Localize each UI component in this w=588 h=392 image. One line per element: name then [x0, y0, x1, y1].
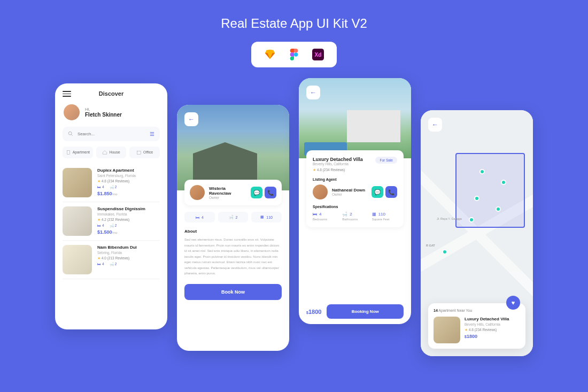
agent-role: Owner: [332, 193, 367, 196]
villa-graphic: [347, 110, 400, 142]
spec-beds: 🛏 4: [184, 212, 215, 222]
listing-item[interactable]: Duplex Apartment Saint Petersburg, Flori…: [63, 164, 160, 202]
back-button[interactable]: ←: [306, 86, 320, 99]
map-pin[interactable]: [496, 206, 501, 212]
listing-price: $1.500/mo: [97, 229, 160, 235]
agent-name: Nathaneal Down: [332, 188, 367, 193]
category-apartment[interactable]: Apartment: [63, 147, 93, 158]
about-section: About Sed nec elementum risus. Donec con…: [177, 229, 289, 276]
listing-location: Saint Petersburg, Florida: [97, 174, 160, 178]
area-label: R GAT: [426, 244, 435, 247]
listing-title: Nam Bibendum Dui: [97, 245, 160, 250]
bath-icon: 🛁 2: [110, 224, 117, 228]
search-input[interactable]: [78, 132, 145, 136]
bed-icon: 🛏 4: [97, 262, 104, 266]
chat-button[interactable]: 💬: [372, 186, 383, 198]
for-sale-badge: For Sale: [375, 157, 397, 164]
greeting-row: Hi, Fletch Skinner: [55, 104, 167, 127]
villa-card: Luxury Detached Villa Beverly Hills, Cal…: [306, 150, 404, 227]
svg-rect-5: [67, 150, 69, 154]
listing-price: $1.850/mo: [97, 191, 160, 196]
villa-rating: ★ 4.8 (234 Reviews): [313, 168, 397, 172]
nearby-rating: ★ 4.8 (234 Reviews): [465, 328, 509, 332]
chat-button[interactable]: 💬: [251, 187, 262, 198]
svg-rect-6: [137, 151, 141, 154]
spec-bathrooms: 🛁 2 Bathrooms: [342, 212, 367, 221]
tool-icons-card: Xd: [251, 42, 337, 67]
search-bar[interactable]: ☰: [63, 127, 160, 141]
search-icon: [68, 131, 73, 136]
listing-rating: ★ 4.2 (232 Reviews): [97, 218, 160, 222]
listing-image: [63, 245, 92, 274]
nearby-image: [434, 317, 460, 343]
map-pin[interactable]: [479, 169, 485, 174]
hero-image: ←: [299, 78, 411, 158]
menu-icon[interactable]: [63, 91, 71, 97]
listings-container: Duplex Apartment Saint Petersburg, Flori…: [55, 164, 167, 279]
bed-icon: 🛏 4: [97, 224, 104, 228]
nearby-title: Luxury Detached Villa: [465, 317, 509, 321]
user-avatar[interactable]: [64, 104, 80, 120]
star-icon: ★: [465, 328, 468, 332]
category-office[interactable]: Office: [129, 147, 160, 158]
owner-name: Wisteria Ravenclaw: [209, 186, 246, 196]
star-icon: ★: [97, 256, 100, 260]
bath-icon: 🛁 2: [110, 262, 117, 266]
nearby-location: Beverly Hills, California: [465, 322, 509, 326]
villa-title: Luxury Detached Villa: [313, 157, 363, 162]
owner-card: Wisteria Ravenclaw Owner 💬 📞: [184, 180, 282, 205]
villa-price: $1800: [306, 309, 321, 315]
figma-icon: [287, 48, 301, 62]
star-icon: ★: [97, 218, 100, 221]
map-pin[interactable]: [501, 180, 506, 185]
villa-location: Beverly Hills, California: [313, 162, 363, 166]
listing-rating: ★ 4.0 (213 Reviews): [97, 256, 160, 260]
nearby-card: ♥ 14 Apartment Near You Luxury Detached …: [428, 303, 525, 349]
greeting-text: Hi,: [85, 107, 122, 112]
xd-icon: Xd: [311, 48, 325, 62]
listing-rating: ★ 4.8 (234 Reviews): [97, 179, 160, 183]
map-pin[interactable]: [474, 196, 479, 201]
category-row: Apartment House Office: [55, 147, 167, 164]
spec-label: Spesifications: [313, 205, 397, 209]
nearby-item[interactable]: Luxury Detached Villa Beverly Hills, Cal…: [434, 317, 520, 343]
listing-item[interactable]: Nam Bibendum Dui Sebring, Florida ★ 4.0 …: [63, 241, 160, 279]
map-screen: ← Jl. Raya Y. Gangga R GAT ♥ 14 Apartmen…: [421, 110, 533, 356]
svg-point-0: [294, 52, 298, 56]
back-button[interactable]: ←: [184, 112, 198, 126]
call-button[interactable]: 📞: [265, 187, 276, 198]
listing-title: Duplex Apartment: [97, 168, 160, 173]
book-now-button[interactable]: Book Now: [184, 284, 282, 300]
sketch-icon: [263, 48, 277, 62]
favorite-button[interactable]: ♥: [506, 296, 520, 310]
spec-area: ▦ 110: [251, 212, 282, 222]
map-pin[interactable]: [442, 249, 447, 255]
bed-icon: 🛏 4: [97, 185, 104, 189]
listing-item[interactable]: Suspendisse Dignissim Immokalee, Florida…: [63, 202, 160, 241]
hero-image: ←: [177, 105, 289, 190]
spec-baths: 🛁 2: [218, 212, 249, 222]
nearby-price: $1800: [465, 334, 509, 339]
map-view[interactable]: ← Jl. Raya Y. Gangga R GAT ♥ 14 Apartmen…: [421, 110, 533, 356]
back-button[interactable]: ←: [428, 118, 442, 132]
agent-avatar[interactable]: [313, 185, 328, 199]
booking-now-button[interactable]: Booking Now: [327, 304, 404, 319]
road-label: Jl. Raya Y. Gangga: [437, 217, 462, 220]
map-pin[interactable]: [469, 217, 474, 222]
owner-avatar[interactable]: [190, 185, 205, 200]
svg-point-3: [68, 132, 72, 135]
svg-text:Xd: Xd: [315, 52, 322, 58]
owner-role: Owner: [209, 196, 246, 199]
agent-label: Listing Agent: [313, 178, 397, 181]
filter-icon[interactable]: ☰: [150, 131, 154, 137]
call-button[interactable]: 📞: [385, 186, 397, 198]
about-title: About: [184, 229, 282, 234]
svg-line-4: [71, 134, 73, 136]
villa-screen: ← Luxury Detached Villa Beverly Hills, C…: [299, 78, 411, 324]
category-house[interactable]: House: [96, 147, 127, 158]
star-icon: ★: [97, 179, 100, 183]
star-icon: ★: [313, 168, 316, 172]
page-title: Real Estate App UI Kit V2: [0, 0, 588, 31]
house-graphic: [193, 142, 257, 180]
listing-title: Suspendisse Dignissim: [97, 206, 160, 211]
